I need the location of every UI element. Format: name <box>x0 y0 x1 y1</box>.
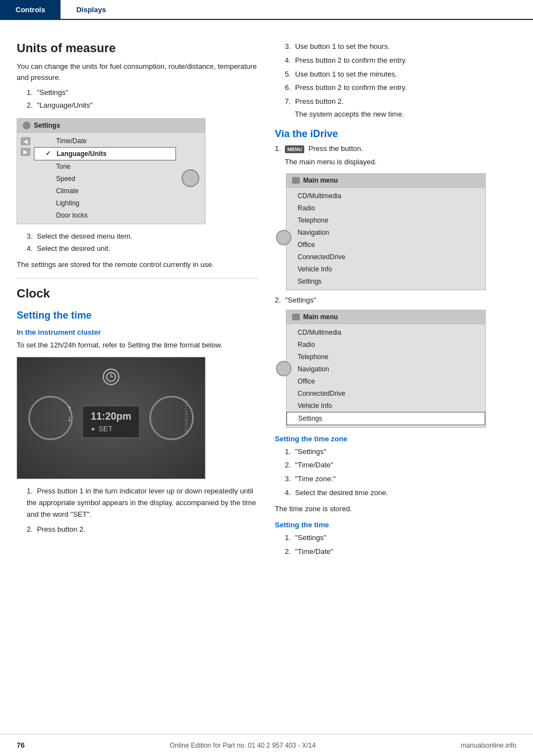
mm-title-2: Main menu <box>303 313 338 321</box>
settings-menu-items: Time/Date ✓ Language/Units Tone Speed <box>34 133 176 224</box>
units-steps-34: 3. Select the desired menu item. 4. Sele… <box>27 231 258 255</box>
settings-item-languageunits: ✓ Language/Units <box>34 147 176 160</box>
clock-icon <box>103 369 119 385</box>
right-step-3-text: Use button 1 to set the hours. <box>295 42 390 51</box>
main-menu-wrapper-1: Main menu CD/Multimedia Radio Telephone … <box>275 173 516 290</box>
mm-item-settings: Settings <box>286 275 485 288</box>
st-step-1: 1. "Settings" <box>285 532 516 544</box>
mm-item-cdmultimedia: CD/Multimedia <box>286 190 485 202</box>
mm-item-vehicleinfo: Vehicle Info <box>286 263 485 275</box>
settings-item-climate: Climate <box>34 185 176 197</box>
mm2-item-office: Office <box>286 375 485 387</box>
st-steps: 1. "Settings" 2. "Time/Date" <box>285 532 516 558</box>
units-step-1-text: "Settings" <box>37 88 68 97</box>
settings-item-lighting: Lighting <box>34 197 176 209</box>
mm-items-2: CD/Multimedia Radio Telephone Navigation… <box>286 324 485 427</box>
tz-steps: 1. "Settings" 2. "Time/Date" 3. "Time zo… <box>285 446 516 499</box>
right-step-7: 7. Press button 2. The system accepts th… <box>285 96 516 119</box>
right-column: 3. Use button 1 to set the hours. 4. Pre… <box>275 36 516 562</box>
mm-item-office: Office <box>286 239 485 251</box>
tz-step-3: 3. "Time zone:" <box>285 473 516 485</box>
settings-item-speed: Speed <box>34 173 176 185</box>
mm-list-icon <box>292 177 300 184</box>
cluster-arrows: ↑ ↓ <box>67 404 72 424</box>
units-steps: 1. "Settings" 2. "Language/Units" <box>27 87 258 112</box>
left-column: Units of measure You can change the unit… <box>17 36 258 562</box>
main-menu-screenshot-2: Main menu CD/Multimedia Radio Telephone … <box>286 310 486 428</box>
footer-text: Online Edition for Part no. 01 40 2 957 … <box>170 742 316 749</box>
tab-controls-label: Controls <box>16 6 45 14</box>
nav-arrows: ◀ ▶ <box>17 133 34 224</box>
setting-time-title: Setting the time <box>17 310 258 321</box>
mm-item-navigation: Navigation <box>286 226 485 239</box>
nav-right-arrow[interactable]: ▶ <box>21 148 31 156</box>
center-display: 11:20pm ► SET <box>82 406 139 438</box>
cluster-inner: ↑ ↓ 11:20pm ► SET <box>17 357 205 478</box>
footer-watermark: manualsonline.info <box>461 742 516 749</box>
tz-step-2: 2. "Time/Date" <box>285 460 516 471</box>
main-menu-wrapper-2: Main menu CD/Multimedia Radio Telephone … <box>275 310 516 428</box>
tz-step-3-text: "Time zone:" <box>295 475 335 483</box>
tz-step-4-text: Select the desired time zone. <box>295 488 388 497</box>
mm-knob-1 <box>276 230 291 245</box>
mm-title-bar-2: Main menu <box>286 310 485 324</box>
right-step-6: 6. Press button 2 to confirm the entry. <box>285 82 516 94</box>
tz-note: The time zone is stored. <box>275 503 516 515</box>
tz-step-2-text: "Time/Date" <box>295 461 333 469</box>
cluster-step-1: 1. Press button 1 in the turn indicator … <box>27 486 258 520</box>
set-label: ► SET <box>90 425 131 433</box>
right-steps-top: 3. Use button 1 to set the hours. 4. Pre… <box>285 41 516 119</box>
gear-icon <box>23 122 31 129</box>
cluster-step-1-text: Press button 1 in the turn indicator lev… <box>27 487 256 518</box>
right-step-6-text: Press button 2 to confirm the entry. <box>295 83 406 92</box>
idrive-step-2-text: "Settings" <box>285 296 316 304</box>
units-note: The settings are stored for the remote c… <box>17 259 258 270</box>
mm-item-connecteddrive: ConnectedDrive <box>286 251 485 263</box>
mm2-item-connecteddrive: ConnectedDrive <box>286 387 485 400</box>
time-display: 11:20pm <box>90 411 131 422</box>
cluster-intro: To set the 12h/24h format, refer to Sett… <box>17 340 258 351</box>
tab-controls[interactable]: Controls <box>0 0 61 19</box>
top-navigation: Controls Displays <box>0 0 533 20</box>
right-step-5: 5. Use button 1 to set the minutes. <box>285 69 516 80</box>
settings-title-bar: Settings <box>17 119 205 133</box>
settings-item-doorlocks: Door locks <box>34 209 176 221</box>
settings-body: ◀ ▶ Time/Date ✓ Language/Units Tone <box>17 133 205 224</box>
units-step-2-text: "Language/Units" <box>37 101 92 109</box>
mm2-item-cdmultimedia: CD/Multimedia <box>286 326 485 339</box>
idrive-step-2: 2. "Settings" <box>275 296 516 304</box>
units-step-4: 4. Select the desired unit. <box>27 243 258 255</box>
units-step-3-text: Select the desired menu item. <box>37 232 132 240</box>
mm2-item-vehicleinfo: Vehicle Info <box>286 400 485 412</box>
setting-timezone-title: Setting the time zone <box>275 435 516 443</box>
mm-title-bar-1: Main menu <box>286 174 485 188</box>
in-cluster-title: In the instrument cluster <box>17 328 258 336</box>
mm2-item-navigation: Navigation <box>286 363 485 375</box>
page-number: 76 <box>17 741 24 749</box>
units-step-3: 3. Select the desired menu item. <box>27 231 258 243</box>
right-step-4: 4. Press button 2 to confirm the entry. <box>285 55 516 67</box>
units-step-2: 2. "Language/Units" <box>27 100 258 112</box>
mm2-item-radio: Radio <box>286 339 485 351</box>
cluster-step-2: 2. Press button 2. <box>27 524 258 536</box>
watermark: MY11BCB3CMA <box>184 401 188 436</box>
idrive-step-1-text: Press the button. <box>309 144 363 153</box>
settings-knob <box>182 169 199 187</box>
nav-left-arrow[interactable]: ◀ <box>21 137 31 145</box>
tz-step-1-text: "Settings" <box>295 447 326 456</box>
tab-displays-label: Displays <box>76 6 105 14</box>
st-step-2: 2. "Time/Date" <box>285 546 516 558</box>
mm-items-1: CD/Multimedia Radio Telephone Navigation… <box>286 188 485 290</box>
play-icon: ► <box>90 426 96 432</box>
units-intro: You can change the units for fuel consum… <box>17 61 258 83</box>
units-step-4-text: Select the desired unit. <box>37 244 110 253</box>
mm-title-1: Main menu <box>303 177 338 184</box>
main-menu-screenshot-1: Main menu CD/Multimedia Radio Telephone … <box>286 173 486 290</box>
right-step-7-sub: The system accepts the new time. <box>295 109 516 120</box>
settings-screenshot: Settings ◀ ▶ Time/Date ✓ Language/Units <box>17 118 205 224</box>
setting-time-title-2: Setting the time <box>275 521 516 529</box>
units-title: Units of measure <box>17 41 258 56</box>
mm2-item-telephone: Telephone <box>286 351 485 363</box>
tab-displays[interactable]: Displays <box>61 0 121 19</box>
settings-knob-area <box>176 133 205 224</box>
